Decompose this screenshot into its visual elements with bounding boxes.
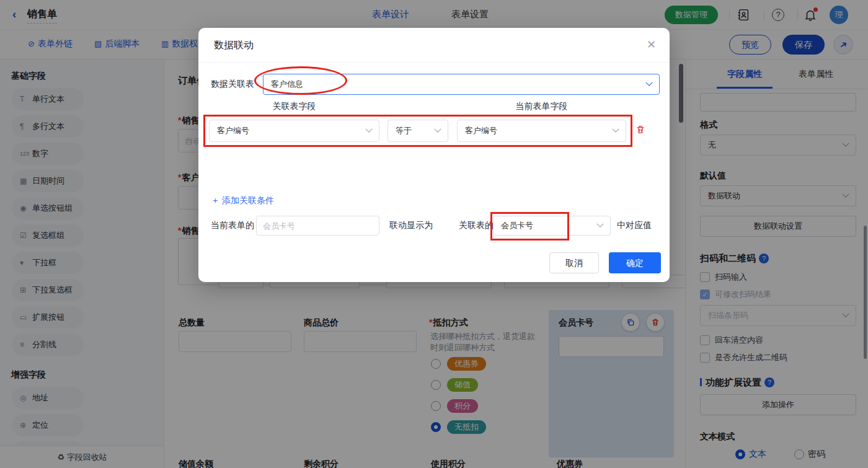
confirm-button[interactable]: 确定: [609, 252, 661, 273]
chevron-down-icon: [434, 126, 441, 133]
column-header-link-table-field: 关联表字段: [209, 101, 379, 112]
condition-right-field-select[interactable]: 客户编号: [457, 120, 626, 142]
condition-left-field-select[interactable]: 客户编号: [209, 120, 379, 142]
divider: [198, 62, 670, 63]
delete-condition-button[interactable]: [636, 125, 645, 136]
chevron-down-icon: [645, 79, 652, 86]
chevron-down-icon: [596, 221, 603, 227]
chevron-down-icon: [365, 126, 372, 133]
add-condition-link[interactable]: ＋ 添加关联条件: [211, 195, 274, 206]
condition-operator-select[interactable]: 等于: [388, 120, 448, 142]
current-form-prefix-label: 当前表单的: [211, 220, 254, 231]
linkage-display-label: 联动显示为: [389, 220, 433, 231]
modal-title: 数据联动: [214, 39, 254, 52]
trash-icon: [636, 125, 645, 135]
column-header-current-form-field: 当前表单字段: [457, 101, 626, 112]
current-field-input[interactable]: [256, 216, 379, 236]
cancel-button[interactable]: 取消: [549, 252, 599, 273]
display-field-select[interactable]: 会员卡号: [493, 216, 611, 236]
data-linkage-modal: 数据联动 ✕ 数据关联表 客户信息 关联表字段 当前表单字段 客户编号 等于 客…: [198, 28, 670, 282]
chevron-down-icon: [612, 126, 619, 133]
corresponding-value-label: 中对应值: [617, 220, 652, 231]
close-icon[interactable]: ✕: [647, 38, 656, 51]
link-table-select[interactable]: 客户信息: [263, 74, 660, 95]
link-table-prefix-label: 关联表的: [459, 220, 494, 231]
link-table-label: 数据关联表: [211, 79, 254, 90]
